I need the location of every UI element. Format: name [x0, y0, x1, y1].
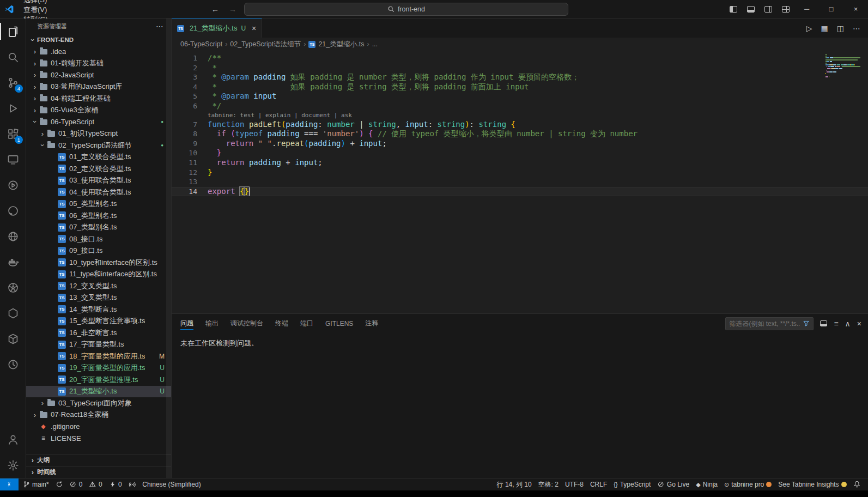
activity-search[interactable]	[0, 44, 26, 70]
tree-folder[interactable]: ›07-React18全家桶	[26, 409, 171, 421]
filter-funnel-icon[interactable]	[803, 320, 810, 327]
panel-tab[interactable]: 调试控制台	[230, 314, 263, 333]
tree-file[interactable]: TS06_类型别名.ts	[26, 210, 171, 222]
split-editor[interactable]: ◫	[837, 24, 844, 33]
spell-checker-language[interactable]: Chinese (Simplified)	[139, 478, 204, 490]
activity-explorer[interactable]	[0, 19, 26, 44]
panel-tab[interactable]: 终端	[275, 314, 288, 333]
problems-filter-input[interactable]	[729, 320, 800, 328]
tree-folder[interactable]: ›02-JavaScript	[26, 69, 171, 81]
tree-file[interactable]: ≡LICENSE	[26, 433, 171, 445]
tree-file[interactable]: TS13_交叉类型.ts	[26, 292, 171, 304]
git-branch[interactable]: main*	[20, 478, 52, 490]
problems-filter[interactable]	[725, 317, 814, 330]
workspace-root-header[interactable]: › FRONT-END	[26, 34, 171, 46]
tree-file[interactable]: TS11_type和interface的区别.ts	[26, 269, 171, 281]
sidebar-section-header[interactable]: ›时间线	[26, 466, 171, 478]
panel-tab[interactable]: 注释	[365, 314, 378, 333]
notifications[interactable]	[850, 478, 864, 490]
tree-file[interactable]: TS14_类型断言.ts	[26, 304, 171, 316]
tree-file[interactable]: TS08_接口.ts	[26, 233, 171, 245]
view-menu[interactable]: ≡	[834, 319, 838, 328]
customize-layout[interactable]	[777, 0, 794, 18]
tree-folder[interactable]: ›03-常用的JavaScript库	[26, 81, 171, 93]
sidebar-section-header[interactable]: ›大纲	[26, 454, 171, 466]
command-center-search[interactable]: front-end	[244, 3, 568, 16]
tree-folder[interactable]: ›02_TypeScript语法细节●	[26, 140, 171, 151]
ninja[interactable]: ◆Ninja	[693, 478, 721, 490]
code-editor[interactable]: 1/**2 *3 * @param padding 如果 padding 是 n…	[172, 51, 868, 313]
activity-pods[interactable]	[0, 300, 26, 326]
tree-folder[interactable]: ›03_TypeScript面向对象	[26, 397, 171, 409]
go-live[interactable]: Go Live	[654, 478, 693, 490]
maximize-panel[interactable]: ∧	[845, 319, 851, 328]
activity-settings[interactable]	[0, 452, 26, 478]
minimize-button[interactable]: ─	[794, 0, 819, 18]
forward-button[interactable]: →	[227, 5, 239, 14]
tab-active-file[interactable]: TS21_类型缩小.tsU×	[172, 19, 262, 38]
toggle-primary-sidebar[interactable]	[725, 0, 742, 18]
panel-tab[interactable]: 输出	[205, 314, 218, 333]
menu-item[interactable]: 查看(V)	[19, 5, 53, 15]
close-button[interactable]: ×	[843, 0, 868, 18]
breadcrumb-item[interactable]: 02_TypeScript语法细节	[230, 40, 301, 49]
back-button[interactable]: ←	[209, 5, 221, 14]
tree-file[interactable]: TS16_非空断言.ts	[26, 327, 171, 339]
tree-file[interactable]: ◆.gitignore	[26, 421, 171, 433]
activity-extensions[interactable]: 1	[0, 121, 26, 147]
activity-docker[interactable]	[0, 249, 26, 275]
more-actions-icon[interactable]: ⋯	[156, 22, 163, 31]
minimap[interactable]	[825, 54, 860, 77]
breadcrumb-item[interactable]: ...	[372, 40, 378, 48]
panel-tab[interactable]: 端口	[300, 314, 313, 333]
activity-source-control[interactable]: 4	[0, 70, 26, 95]
git-sync[interactable]	[52, 478, 66, 490]
breadcrumb-item[interactable]: 06-TypeScript	[180, 40, 222, 48]
sidebar-scrollbar[interactable]	[166, 19, 171, 478]
tree-file[interactable]: TS17_字面量类型.ts	[26, 339, 171, 351]
toggle-panel[interactable]	[742, 0, 760, 18]
activity-kubernetes[interactable]	[0, 275, 26, 300]
maximize-button[interactable]: □	[819, 0, 843, 18]
tree-file[interactable]: TS04_使用联合类型.ts	[26, 186, 171, 198]
run-file[interactable]: ▷	[806, 24, 812, 33]
tree-file[interactable]: TS15_类型断言注意事项.ts	[26, 316, 171, 328]
activity-live-preview[interactable]	[0, 172, 26, 198]
tree-file[interactable]: TS05_类型别名.ts	[26, 198, 171, 210]
tree-file[interactable]: TS21_类型缩小.tsU	[26, 386, 171, 398]
tree-file[interactable]: TS07_类型别名.ts	[26, 222, 171, 234]
tree-file[interactable]: TS03_使用联合类型.ts	[26, 175, 171, 187]
problems-errors[interactable]: 0	[66, 478, 86, 490]
tabnine-insights[interactable]: See Tabnine Insights	[775, 478, 849, 490]
tree-file[interactable]: TS12_交叉类型.ts	[26, 280, 171, 292]
ports-forwarded[interactable]: 0	[106, 478, 125, 490]
menu-item[interactable]: 选择(S)	[19, 0, 53, 5]
tree-folder[interactable]: ›01-前端开发基础	[26, 58, 171, 70]
language-mode[interactable]: {}TypeScript	[610, 478, 654, 490]
tree-folder[interactable]: ›06-TypeScript●	[26, 116, 171, 128]
remote-indicator[interactable]	[0, 478, 19, 490]
eol-sequence[interactable]: CRLF	[587, 478, 610, 490]
cursor-position[interactable]: 行 14, 列 10	[494, 478, 535, 490]
tree-file[interactable]: TS09_接口.ts	[26, 245, 171, 257]
panel-tab[interactable]: GITLENS	[325, 314, 353, 333]
live-reload[interactable]	[125, 478, 139, 490]
codelens-tabnine[interactable]: tabnine: test | explain | document | ask	[172, 111, 868, 120]
tree-folder[interactable]: ›01_初识TypeScript	[26, 128, 171, 140]
tabnine-pro[interactable]: ⊙tabnine pro	[721, 478, 775, 490]
toggle-secondary-sidebar[interactable]	[760, 0, 777, 18]
activity-package-explorer[interactable]	[0, 326, 26, 351]
activity-accounts[interactable]	[0, 427, 26, 452]
tree-file[interactable]: TS18_字面量类型的应用.tsM	[26, 350, 171, 362]
tree-file[interactable]: TS02_定义联合类型.ts	[26, 163, 171, 175]
panel-tab[interactable]: 问题	[180, 314, 193, 333]
breadcrumb-item[interactable]: TS21_类型缩小.ts	[308, 40, 364, 49]
activity-timeline[interactable]	[0, 351, 26, 377]
tree-file[interactable]: TS20_字面量类型推理.tsU	[26, 374, 171, 386]
tree-file[interactable]: TS19_字面量类型的应用.tsU	[26, 362, 171, 374]
activity-github[interactable]	[0, 198, 26, 223]
activity-browser[interactable]	[0, 223, 26, 249]
tree-folder[interactable]: ›.idea	[26, 46, 171, 58]
tree-folder[interactable]: ›05-Vue3全家桶	[26, 105, 171, 117]
activity-run-and-debug[interactable]	[0, 95, 26, 121]
